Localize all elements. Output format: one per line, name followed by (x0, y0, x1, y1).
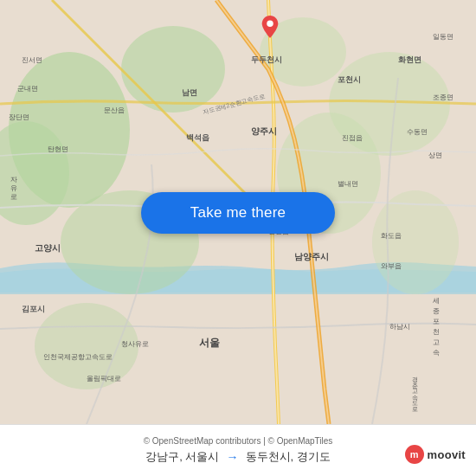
svg-point-3 (121, 26, 225, 113)
svg-text:탄현면: 탄현면 (48, 145, 68, 153)
svg-text:속: 속 (433, 349, 440, 357)
svg-text:남양주시: 남양주시 (294, 252, 329, 261)
svg-point-50 (267, 21, 273, 27)
svg-text:군내면: 군내면 (17, 85, 38, 93)
svg-text:포천시: 포천시 (338, 75, 361, 84)
svg-text:백석읍: 백석읍 (186, 133, 209, 142)
svg-text:별내면: 별내면 (338, 180, 358, 188)
svg-text:유: 유 (10, 184, 17, 192)
svg-text:자: 자 (10, 176, 17, 183)
svg-text:인천국제공항고속도로: 인천국제공항고속도로 (43, 353, 113, 361)
svg-text:포: 포 (433, 318, 440, 325)
svg-text:천: 천 (433, 328, 440, 336)
map-pin (261, 16, 279, 38)
moovit-brand-name: moovit (428, 448, 466, 461)
svg-text:세: 세 (433, 297, 440, 305)
svg-text:남면: 남면 (182, 88, 197, 97)
svg-text:올림픽대로: 올림픽대로 (87, 375, 121, 383)
map-container: 남면 두두천시 포천시 화현면 일동면 진서면 군내면 장단면 문산읍 탄현면 … (0, 0, 476, 424)
svg-text:로: 로 (10, 193, 17, 201)
svg-text:청사유로: 청사유로 (121, 340, 149, 348)
moovit-m-icon: m (405, 445, 424, 464)
route-info: 강남구, 서울시 → 동두천시, 경기도 (145, 449, 330, 465)
svg-text:장단면: 장단면 (9, 113, 29, 121)
svg-text:고: 고 (433, 338, 440, 346)
svg-text:김포시: 김포시 (22, 305, 45, 313)
svg-text:진접읍: 진접읍 (342, 134, 363, 142)
svg-text:일동면: 일동면 (433, 33, 453, 41)
svg-text:와부읍: 와부읍 (381, 262, 402, 270)
svg-text:경춘고속도로: 경춘고속도로 (413, 372, 419, 412)
svg-text:화현면: 화현면 (398, 55, 421, 64)
svg-text:두두천시: 두두천시 (251, 55, 282, 64)
svg-text:상면: 상면 (428, 151, 442, 159)
attribution: © OpenStreetMap contributors | © OpenMap… (144, 436, 333, 446)
svg-text:종: 종 (433, 307, 440, 315)
origin-label: 강남구, 서울시 (145, 449, 219, 465)
svg-text:하남시: 하남시 (389, 323, 410, 331)
svg-text:서울: 서울 (199, 337, 220, 349)
svg-text:수동면: 수동면 (407, 128, 428, 136)
svg-text:조종면: 조종면 (433, 93, 453, 101)
svg-text:진서면: 진서면 (22, 56, 42, 64)
svg-text:고양시: 고양시 (35, 243, 61, 253)
take-me-there-button[interactable]: Take me there (141, 192, 335, 234)
svg-text:문산읍: 문산읍 (104, 106, 125, 114)
moovit-logo: m moovit (405, 445, 466, 464)
arrow-icon: → (227, 450, 239, 464)
svg-text:화도읍: 화도읍 (381, 232, 402, 240)
destination-label: 동두천시, 경기도 (246, 449, 331, 465)
svg-text:양주시: 양주시 (251, 126, 277, 136)
